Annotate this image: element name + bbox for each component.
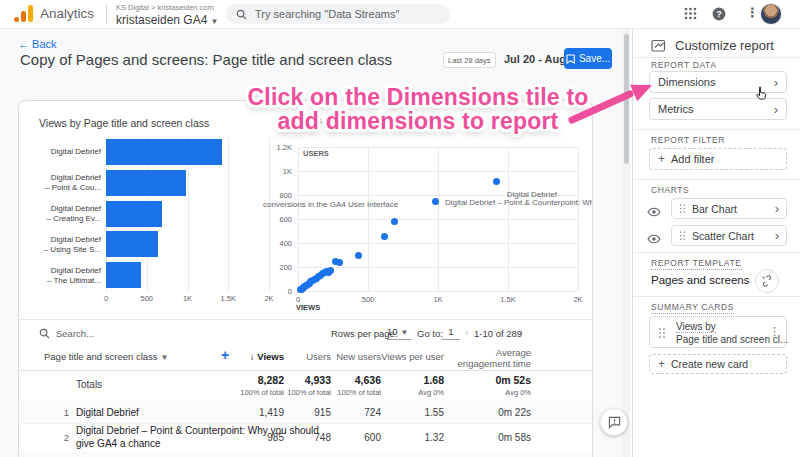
visibility-eye-icon[interactable] [647,234,661,244]
scatter-point [391,218,398,225]
chevron-right-icon: › [774,103,778,116]
column-header-new-users[interactable]: New users [336,351,381,362]
kebab-menu-icon[interactable]: ⋮ [746,5,759,20]
back-label: Back [32,38,56,50]
scatter-y-tick-label: 200 [279,263,292,272]
rows-per-page-select[interactable]: 10▼ [387,326,411,340]
next-page-icon[interactable]: › [519,326,523,338]
bar-x-tick-label: 0 [104,294,108,303]
row-name: Digital Debrief – Point & Counterpoint: … [76,424,328,450]
table-row[interactable]: 1Digital Debrief1,4199157241.550m 22s [19,401,592,424]
row-value: 985 [267,432,284,443]
bar [106,262,141,288]
table-search-icon [39,328,50,339]
totals-subvalue: 100% of total [240,388,284,397]
drag-handle-icon[interactable] [679,203,686,214]
user-avatar[interactable] [760,3,782,25]
apps-grid-icon[interactable] [684,7,697,20]
scatter-x-axis-label: VIEWS [296,303,320,312]
table-row[interactable]: 2Digital Debrief – Point & Counterpoint:… [19,423,592,452]
add-filter-label: Add filter [671,153,778,165]
bar-chart-title: Views by Page title and screen class [39,117,209,129]
scatter-x-tick-label: 1.5K [500,295,515,304]
scatter-chart-plot: USERS Digital DebriefDigital Debrief – P… [298,147,578,291]
report-card: Views by Page title and screen class Dig… [18,100,593,457]
scatter-point [493,178,500,185]
card-kebab-menu-icon[interactable]: ⋮ [769,325,780,338]
bar [106,201,162,227]
prev-page-icon[interactable]: ‹ [465,326,469,338]
dimension-column-label: Page title and screen class [44,351,158,362]
chart-tile-bar-chart[interactable]: Bar Chart› [671,198,787,219]
svg-text:?: ? [716,9,722,19]
row-value: 748 [314,432,331,443]
totals-subvalue: 100% of total [287,388,331,397]
feedback-button[interactable] [600,408,628,436]
report-filter-section-label: REPORT FILTER [651,135,725,145]
scatter-gridline [298,219,578,220]
chart-visibility-toggle[interactable] [647,230,661,248]
account-switcher[interactable]: KS Digital > kristaseiden.com kristaseid… [116,3,218,27]
plus-icon: + [658,152,665,166]
totals-value: 4,636 [337,374,381,386]
report-template-section-label: REPORT TEMPLATE [651,258,742,270]
scatter-y-axis: 02004006008001K1.2K [260,147,292,291]
dimension-column-header[interactable]: Page title and screen class▼ [44,351,168,362]
report-data-section-label: REPORT DATA [651,60,716,70]
bar-category-label: Digital Debrief– Using Site S... [27,229,101,260]
totals-cell: 8,282100% of total [240,374,284,397]
chart-tile-scatter-chart[interactable]: Scatter Chart› [671,225,787,246]
chevron-right-icon: › [774,76,778,89]
help-icon[interactable]: ? [712,7,726,21]
row-value: 1.55 [425,407,444,418]
column-header-average-engagement-time[interactable]: Average engagement time [449,347,531,369]
drag-handle-icon[interactable] [679,230,686,241]
table-search-input[interactable]: Search... [56,328,94,339]
save-label: Save... [579,53,610,64]
search-icon [236,9,247,20]
bar-category-label: Digital Debrief– The Ultimat... [27,260,101,291]
bar-x-tick-label: 1K [183,294,192,303]
row-value: 1.32 [425,432,444,443]
table-header-row: Page title and screen class▼ + ↓ ViewsUs… [19,345,592,371]
summary-card-tile[interactable]: Views by Page title and screen cl... ⋮ [649,316,787,348]
link-off-icon [761,275,773,287]
column-header-users[interactable]: Users [306,351,331,362]
column-header-views-per-user[interactable]: Views per user [381,351,444,362]
totals-label: Totals [76,379,102,390]
bar-x-tick-label: 2K [264,294,273,303]
goto-label: Go to: [417,328,443,339]
scatter-x-tick-label: 500 [362,295,375,304]
chart-tile-label: Bar Chart [692,203,775,215]
chevron-right-icon: › [775,229,779,242]
save-button[interactable]: Save... [564,48,612,69]
scatter-clipped-point-label: conversions in the GA4 User Interface [263,200,398,209]
drag-handle-icon[interactable] [658,327,666,339]
table-row[interactable]: 3Digital Debrief – Creating Events and C… [19,451,592,457]
global-search-input[interactable]: Try searching "Data Streams" [226,4,450,24]
property-name: kristaseiden GA4 [116,13,207,27]
bar-chart-plot [106,137,269,291]
column-header-views[interactable]: ↓ Views [250,351,284,362]
charts-section-label: CHARTS [651,185,689,195]
totals-subvalue: Avg 0% [495,388,531,397]
chart-visibility-toggle[interactable] [647,203,661,221]
date-preset-chip[interactable]: Last 28 days [443,52,496,68]
goto-page-input[interactable]: 1 [442,326,460,340]
metrics-tile[interactable]: Metrics › [649,98,787,120]
create-new-card-button[interactable]: + Create new card [649,354,787,374]
scatter-gridline [298,171,578,172]
bar-gridline [228,137,229,291]
row-value: 600 [364,432,381,443]
add-filter-button[interactable]: + Add filter [649,148,787,170]
row-index: 2 [55,432,69,443]
table-totals-row: Totals 8,282100% of total4,933100% of to… [19,370,592,402]
unlink-template-button[interactable] [755,269,779,293]
summary-card-metric: Views by [676,321,716,333]
totals-value: 8,282 [240,374,284,386]
back-link[interactable]: ← Back [18,38,57,50]
chevron-down-icon: ▼ [161,353,169,362]
visibility-eye-icon[interactable] [647,207,661,217]
analytics-logo-icon[interactable] [14,5,34,23]
add-column-button[interactable]: + [221,347,229,363]
